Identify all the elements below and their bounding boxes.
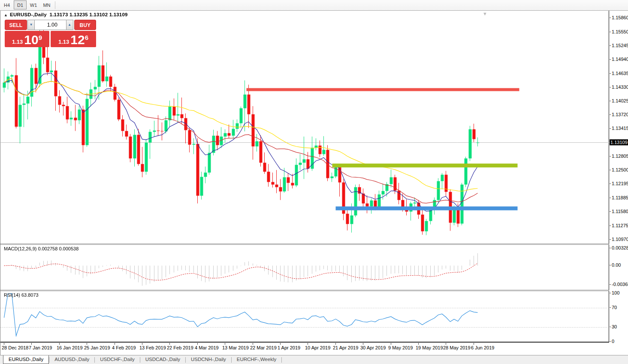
sell-button[interactable]: SELL (5, 20, 27, 30)
time-axis-tick (280, 343, 281, 345)
tab-separator (281, 357, 282, 363)
sell-price-sup: 9 (39, 34, 42, 41)
macd-axis-label: -0.003659 (612, 282, 628, 287)
time-axis-tick (446, 343, 446, 345)
timeframe-toolbar: H4D1W1MN (0, 0, 628, 11)
sell-price-box[interactable]: 1.13 10 9 (5, 31, 49, 47)
current-price-badge: 1.13109 (610, 139, 628, 145)
toolbar-separator (55, 1, 55, 9)
symbol-title: EURUSD-,Daily (10, 12, 47, 17)
macd-indicator-pane[interactable]: MACD(12,26,9) 0.002758 0.000538 (0, 244, 609, 290)
rsi-indicator-pane[interactable]: RSI(14) 63.8073 (0, 291, 609, 343)
buy-price-box[interactable]: 1.13 12 6 (51, 31, 96, 47)
time-axis-label: 4 Feb 2019 (112, 345, 136, 350)
time-axis-tick (253, 343, 253, 345)
time-axis-tick (115, 343, 115, 345)
time-axis[interactable]: 28 Dec 20187 Jan 201916 Jan 201925 Jan 2… (0, 343, 609, 355)
macd-axis-label: 0.003287 (612, 245, 628, 250)
rsi-canvas[interactable] (0, 291, 609, 343)
time-axis-tick (197, 343, 198, 345)
rsi-axis-label: 100 (612, 290, 619, 295)
price-axis-label: 1.15550 (612, 29, 628, 34)
chart-tab-usdcad-daily[interactable]: USDCAD-,Daily (140, 355, 185, 364)
price-axis-label: 1.12805 (612, 153, 628, 159)
price-axis-label: 1.12500 (612, 167, 628, 172)
time-axis-label: 22 Feb 2019 (167, 345, 193, 350)
time-axis-label: 30 Apr 2019 (360, 345, 386, 350)
chart-tab-eurusd-daily[interactable]: EURUSD-,Daily (3, 355, 49, 364)
timeframe-button-d1[interactable]: D1 (14, 0, 27, 9)
time-axis-label: 19 May 2019 (416, 345, 443, 350)
chart-tab-usdchf-daily[interactable]: USDCHF-,Daily (95, 355, 140, 364)
time-axis-label: 16 Jan 2019 (57, 345, 83, 350)
price-axis-label: 1.14330 (612, 84, 628, 90)
chart-tab-eurchf-weekly[interactable]: EURCHF-,Weekly (232, 355, 281, 364)
time-axis-tick (474, 343, 474, 345)
time-axis-tick (308, 343, 308, 345)
macd-label: MACD(12,26,9) 0.002758 0.000538 (4, 246, 78, 251)
macd-canvas[interactable] (0, 245, 609, 291)
price-axis[interactable]: 1.158601.155501.152451.149401.146351.143… (610, 11, 628, 343)
time-axis-tick (4, 343, 4, 345)
chart-tab-bar: EURUSD-,DailyAUDUSD-,DailyUSDCHF-,DailyU… (0, 355, 628, 364)
mt4-window: H4D1W1MN ▲EURUSD-,Daily 1.13173 1.13235 … (0, 0, 628, 364)
chart-tab-audusd-daily[interactable]: AUDUSD-,Daily (49, 355, 94, 364)
price-axis-label: 1.13720 (612, 112, 628, 117)
time-axis-label: 10 Apr 2019 (305, 345, 330, 350)
collapse-panel-icon[interactable]: ▲ (4, 13, 8, 17)
rsi-axis-label: 70 (612, 305, 617, 310)
price-axis-label: 1.14940 (612, 57, 628, 62)
macd-axis-label: 0.00 (612, 262, 621, 268)
buy-price-sup: 6 (85, 34, 88, 41)
buy-button[interactable]: BUY (74, 20, 97, 30)
sell-price-small: 1.13 (12, 39, 23, 45)
rsi-axis-label: 30 (612, 324, 617, 329)
sell-price-big: 10 (24, 33, 38, 46)
volume-decrease-icon[interactable]: ▼ (27, 20, 35, 30)
time-axis-label: 25 Jan 2019 (84, 345, 110, 350)
rsi-label: RSI(14) 63.8073 (4, 292, 39, 298)
volume-increase-icon[interactable]: ▲ (66, 20, 73, 30)
time-axis-tick (225, 343, 225, 345)
price-axis-label: 1.14635 (612, 71, 628, 76)
time-axis-tick (59, 343, 60, 345)
time-axis-tick (142, 343, 142, 345)
price-axis-label: 1.10970 (612, 237, 628, 242)
time-axis-label: 28 Dec 2018 (2, 345, 28, 350)
symbol-header: ▲EURUSD-,Daily 1.13173 1.13235 1.13102 1… (4, 12, 128, 17)
timeframe-button-mn[interactable]: MN (40, 0, 53, 9)
time-axis-label: 21 Apr 2019 (333, 345, 358, 350)
price-axis-label: 1.12195 (612, 181, 628, 186)
time-axis-label: 4 Mar 2019 (195, 345, 219, 350)
time-axis-tick (418, 343, 419, 345)
timeframe-button-w1[interactable]: W1 (27, 0, 40, 9)
time-axis-label: 22 Mar 2019 (250, 345, 277, 350)
time-axis-tick (31, 343, 32, 345)
one-click-trade-panel: SELL ▼ ▲ BUY 1.13 10 9 1.13 (5, 20, 96, 47)
rsi-axis-label: 0 (612, 339, 614, 344)
price-axis-label: 1.14025 (612, 98, 628, 103)
price-axis-label: 1.11275 (612, 223, 628, 228)
chart-tab-usdcnh-daily[interactable]: USDCNH-,Daily (186, 355, 231, 364)
price-axis-label: 1.13415 (612, 126, 628, 131)
buy-price-big: 12 (70, 33, 85, 46)
time-axis-label: 28 May 2019 (443, 345, 471, 350)
time-axis-tick (391, 343, 391, 345)
time-axis-label: 13 Mar 2019 (222, 345, 249, 350)
time-axis-tick (87, 343, 87, 345)
chart-window: ▲EURUSD-,Daily 1.13173 1.13235 1.13102 1… (0, 11, 628, 355)
time-axis-label: 6 Jun 2019 (471, 345, 494, 350)
time-axis-tick (335, 343, 336, 345)
price-axis-label: 1.15245 (612, 43, 628, 48)
buy-price-small: 1.13 (58, 39, 69, 45)
time-axis-tick (363, 343, 363, 345)
price-chart-pane[interactable]: ▲EURUSD-,Daily 1.13173 1.13235 1.13102 1… (0, 11, 609, 244)
ohlc-values: 1.13173 1.13235 1.13102 1.13109 (50, 12, 128, 17)
time-axis-label: 1 Apr 2019 (278, 345, 300, 350)
price-axis-label: 1.11885 (612, 195, 628, 200)
time-axis-label: 9 May 2019 (388, 345, 413, 350)
timeframe-button-h4[interactable]: H4 (0, 0, 13, 9)
time-axis-tick (169, 343, 170, 345)
volume-input[interactable] (35, 20, 66, 30)
chart-shift-marker-icon[interactable]: ▼ (483, 11, 487, 16)
